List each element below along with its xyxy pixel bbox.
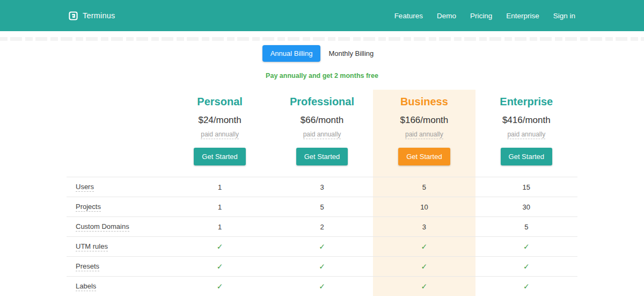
plan-business: Business $166/month paid annually Get St… — [373, 90, 475, 177]
feature-value: 1 — [169, 177, 270, 197]
terminus-logo-icon — [69, 11, 78, 20]
feature-value: 5 — [475, 217, 577, 236]
check-icon: ✓ — [373, 257, 475, 276]
check-icon: ✓ — [475, 277, 577, 296]
check-icon: ✓ — [169, 277, 270, 296]
feature-label[interactable]: Labels — [76, 282, 96, 291]
nav-link-signin[interactable]: Sign in — [553, 12, 575, 20]
feature-label[interactable]: Users — [76, 183, 94, 192]
table-row-utm-rules: UTM rules ✓ ✓ ✓ ✓ — [67, 236, 577, 256]
plan-note[interactable]: paid annually — [507, 131, 545, 139]
feature-label[interactable]: Presets — [76, 262, 99, 271]
plan-personal: Personal $24/month paid annually Get Sta… — [169, 90, 270, 177]
plan-name: Enterprise — [475, 96, 577, 108]
feature-value: 10 — [373, 197, 475, 216]
check-icon: ✓ — [373, 277, 475, 296]
table-row-users: Users 1 3 5 15 — [67, 177, 577, 197]
plan-price: $66/month — [271, 115, 373, 126]
plan-name: Business — [373, 96, 475, 108]
plan-headers: Personal $24/month paid annually Get Sta… — [67, 90, 577, 177]
top-nav: Terminus Features Demo Pricing Enterpris… — [0, 0, 644, 31]
nav-link-features[interactable]: Features — [394, 12, 423, 20]
nav-link-enterprise[interactable]: Enterprise — [506, 12, 539, 20]
feature-value: 5 — [271, 197, 373, 216]
get-started-button-enterprise[interactable]: Get Started — [501, 148, 552, 165]
feature-label[interactable]: UTM rules — [76, 242, 108, 251]
decorative-dash-pattern — [0, 37, 644, 41]
plan-price: $416/month — [475, 115, 577, 126]
feature-value: 15 — [475, 177, 577, 197]
feature-value: 1 — [169, 197, 270, 216]
feature-value: 3 — [271, 177, 373, 197]
feature-label[interactable]: Projects — [76, 203, 101, 212]
feature-value: 3 — [373, 217, 475, 236]
check-icon: ✓ — [271, 277, 373, 296]
nav-link-demo[interactable]: Demo — [437, 12, 456, 20]
check-icon: ✓ — [271, 257, 373, 276]
plan-price: $166/month — [373, 115, 475, 126]
plan-professional: Professional $66/month paid annually Get… — [271, 90, 373, 177]
plan-note[interactable]: paid annually — [405, 131, 443, 139]
plans-spacer-cell — [67, 90, 169, 177]
nav-link-pricing[interactable]: Pricing — [470, 12, 492, 20]
feature-label[interactable]: Custom Domains — [76, 222, 129, 232]
check-icon: ✓ — [169, 237, 270, 256]
brand[interactable]: Terminus — [69, 11, 115, 20]
promo-text: Pay annually and get 2 months free — [0, 72, 644, 80]
get-started-button-business[interactable]: Get Started — [398, 148, 450, 165]
plan-enterprise: Enterprise $416/month paid annually Get … — [475, 90, 577, 177]
check-icon: ✓ — [475, 257, 577, 276]
brand-name: Terminus — [83, 11, 115, 20]
feature-value: 5 — [373, 177, 475, 197]
plan-name: Professional — [271, 96, 373, 108]
check-icon: ✓ — [475, 237, 577, 256]
annual-billing-button[interactable]: Annual Billing — [262, 45, 321, 62]
check-icon: ✓ — [373, 237, 475, 256]
check-icon: ✓ — [271, 237, 373, 256]
plan-note[interactable]: paid annually — [201, 131, 239, 139]
feature-value: 2 — [271, 217, 373, 236]
feature-value: 1 — [169, 217, 270, 236]
nav-links: Features Demo Pricing Enterprise Sign in — [394, 11, 575, 20]
plan-price: $24/month — [169, 115, 270, 126]
check-icon: ✓ — [169, 257, 270, 276]
plan-note[interactable]: paid annually — [303, 131, 341, 139]
get-started-button-professional[interactable]: Get Started — [296, 148, 348, 165]
plan-name: Personal — [169, 96, 270, 108]
billing-toggle: Annual Billing Monthly Billing — [0, 45, 644, 62]
table-row-projects: Projects 1 5 10 30 — [67, 197, 577, 216]
table-row-labels: Labels ✓ ✓ ✓ ✓ — [67, 276, 577, 296]
table-row-custom-domains: Custom Domains 1 2 3 5 — [67, 216, 577, 236]
table-row-presets: Presets ✓ ✓ ✓ ✓ — [67, 256, 577, 276]
get-started-button-personal[interactable]: Get Started — [194, 148, 245, 165]
monthly-billing-button[interactable]: Monthly Billing — [320, 45, 382, 62]
feature-value: 30 — [475, 197, 577, 216]
pricing-table: Personal $24/month paid annually Get Sta… — [67, 90, 577, 296]
pricing-page: Annual Billing Monthly Billing Pay annua… — [0, 45, 644, 296]
